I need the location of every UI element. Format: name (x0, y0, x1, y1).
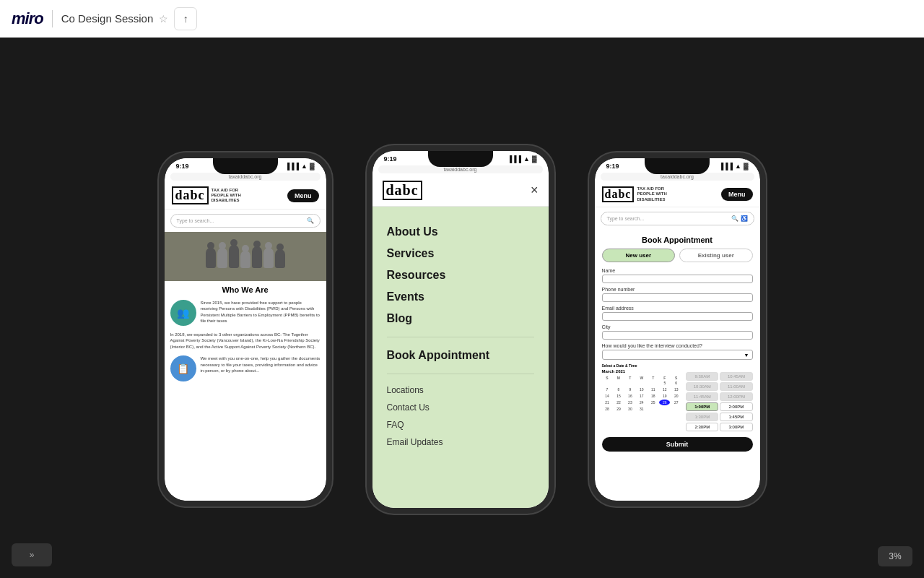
bottom-left-nav[interactable]: » (12, 543, 52, 566)
zoom-level: 3% (889, 551, 901, 561)
cal-d14[interactable]: 14 (602, 393, 613, 399)
phone-3-search[interactable]: Type to search... 🔍 ♿ (601, 212, 754, 225)
cal-d15[interactable]: 15 (613, 393, 624, 399)
slot-300[interactable]: 3:00PM (720, 423, 752, 431)
cal-d23[interactable]: 23 (624, 400, 635, 405)
menu-item-resources[interactable]: Resources (387, 264, 534, 286)
cal-d7[interactable]: 7 (602, 387, 613, 392)
phone-label: Phone number (602, 287, 753, 292)
phone-1-block-2: In 2018, we expanded to 3 other organiza… (165, 329, 326, 353)
slot-1145[interactable]: 11:45AM (686, 392, 718, 401)
battery-icon-3: ▓ (744, 163, 749, 170)
cal-d9[interactable]: 9 (624, 387, 635, 392)
slot-200[interactable]: 2:00PM (720, 402, 752, 411)
submit-button[interactable]: Submit (602, 437, 753, 452)
interview-select[interactable]: ▼ (602, 350, 753, 360)
phone-1-search[interactable]: Type to search... 🔍 (170, 214, 321, 228)
cal-d24[interactable]: 24 (636, 400, 647, 405)
icon-circle-1: 👥 (170, 300, 196, 326)
phone-1: 9:19 ▐▐▐ ▲ ▓ taxaiddabc.org dabc TAX AID… (159, 152, 332, 506)
new-user-tab[interactable]: New user (602, 249, 676, 262)
person-7 (275, 249, 285, 268)
phone-3: 9:19 ▐▐▐ ▲ ▓ taxaiddabc.org dabc TAX AID… (589, 152, 766, 506)
phone-input[interactable] (602, 293, 753, 302)
cal-d21[interactable]: 21 (602, 400, 613, 405)
phone-3-tagline: TAX AID FOR PEOPLE WITH DISABILITIES (637, 186, 676, 202)
wifi-icon-3: ▲ (735, 163, 741, 170)
book-title: Book Appointment (602, 236, 753, 244)
share-button[interactable]: ↑ (174, 7, 197, 30)
existing-user-tab[interactable]: Existing user (679, 249, 753, 262)
menu-item-events[interactable]: Events (387, 286, 534, 308)
city-label: City (602, 324, 753, 329)
cal-d29[interactable]: 29 (613, 406, 624, 412)
phone-1-search-placeholder: Type to search... (177, 218, 214, 223)
cal-month: March 2021 (602, 369, 682, 374)
cal-d22[interactable]: 22 (613, 400, 624, 405)
slot-1045[interactable]: 10:45AM (720, 372, 752, 381)
cal-d6[interactable]: 6 (671, 380, 681, 386)
cal-d4 (648, 380, 658, 386)
cal-d11[interactable]: 11 (648, 387, 658, 392)
cal-d19[interactable]: 19 (659, 393, 670, 399)
cal-d5[interactable]: 5 (659, 380, 670, 386)
phone-1-header: dabc TAX AID FOR PEOPLE WITH DISABILITIE… (165, 182, 326, 210)
email-input[interactable] (602, 312, 753, 321)
icon-1: 👥 (177, 307, 189, 319)
slot-100[interactable]: 1:00PM (686, 402, 718, 411)
menu-item-about[interactable]: About Us (387, 221, 534, 243)
phone-1-menu-button[interactable]: Menu (287, 189, 319, 202)
phone-1-para-3: We meet with you one-on-one, help you ga… (201, 355, 321, 374)
menu-item-services[interactable]: Services (387, 243, 534, 264)
slot-1030[interactable]: 10:30AM (686, 382, 718, 391)
accessibility-icon: ♿ (741, 215, 748, 222)
slot-215[interactable]: 1:45PM (720, 413, 752, 421)
slot-230[interactable]: 2:30PM (686, 423, 718, 431)
cal-d20[interactable]: 20 (671, 393, 681, 399)
phone-3-screen: 9:19 ▐▐▐ ▲ ▓ taxaiddabc.org dabc TAX AID… (595, 158, 760, 501)
menu-item-faq[interactable]: FAQ (387, 416, 534, 434)
cal-d16[interactable]: 16 (624, 393, 635, 399)
phone-2-menu-content: About Us Services Resources Events Blog … (372, 207, 549, 508)
menu-item-blog[interactable]: Blog (387, 308, 534, 329)
board-title-area: Co Design Session ☆ ↑ (61, 7, 198, 30)
person-2 (217, 248, 227, 268)
cal-d26[interactable]: 26 (659, 400, 670, 405)
phone-3-logo: dabc (602, 186, 635, 202)
menu-item-email[interactable]: Email Updates (387, 434, 534, 451)
name-input[interactable] (602, 275, 753, 283)
cal-d27[interactable]: 27 (671, 400, 681, 405)
search-icons: 🔍 ♿ (731, 215, 748, 222)
book-appointment-form: Book Appointment New user Existing user … (595, 230, 760, 457)
cal-d18[interactable]: 18 (648, 393, 658, 399)
phone-3-menu-button[interactable]: Menu (721, 188, 753, 201)
cal-d13[interactable]: 13 (671, 387, 681, 392)
close-menu-icon[interactable]: × (531, 183, 539, 198)
board-title: Co Design Session (61, 12, 154, 25)
city-input[interactable] (602, 331, 753, 340)
slot-930[interactable]: 9:30AM (686, 372, 718, 381)
slot-145[interactable]: 1:30PM (686, 413, 718, 421)
slot-1200[interactable]: 12:00PM (720, 392, 752, 401)
phone-2-logo: dabc (383, 181, 422, 200)
phone-3-logo-area: dabc TAX AID FOR PEOPLE WITH DISABILITIE… (602, 186, 677, 202)
cal-header: Select a Date & Time March 2021 (602, 363, 682, 374)
cal-d31[interactable]: 31 (636, 406, 647, 412)
cal-d30[interactable]: 30 (624, 406, 635, 412)
menu-item-locations[interactable]: Locations (387, 381, 534, 399)
menu-item-contact[interactable]: Contact Us (387, 399, 534, 416)
cal-d10[interactable]: 10 (636, 387, 647, 392)
phone-2-status-icons: ▐▐▐ ▲ ▓ (507, 155, 537, 163)
phone-1-block-3: 📋 We meet with you one-on-one, help you … (165, 353, 326, 384)
cal-d17[interactable]: 17 (636, 393, 647, 399)
cal-d8[interactable]: 8 (613, 387, 624, 392)
cal-d12[interactable]: 12 (659, 387, 670, 392)
slot-1100[interactable]: 11:00AM (720, 382, 752, 391)
cal-d28[interactable]: 28 (602, 406, 613, 412)
phone-3-notch (645, 158, 710, 174)
cal-d25[interactable]: 25 (648, 400, 658, 405)
star-icon[interactable]: ☆ (159, 13, 168, 25)
menu-item-book[interactable]: Book Appointment (387, 345, 534, 366)
who-we-are-title: Who We Are (165, 281, 326, 297)
cal-d0 (602, 380, 613, 386)
